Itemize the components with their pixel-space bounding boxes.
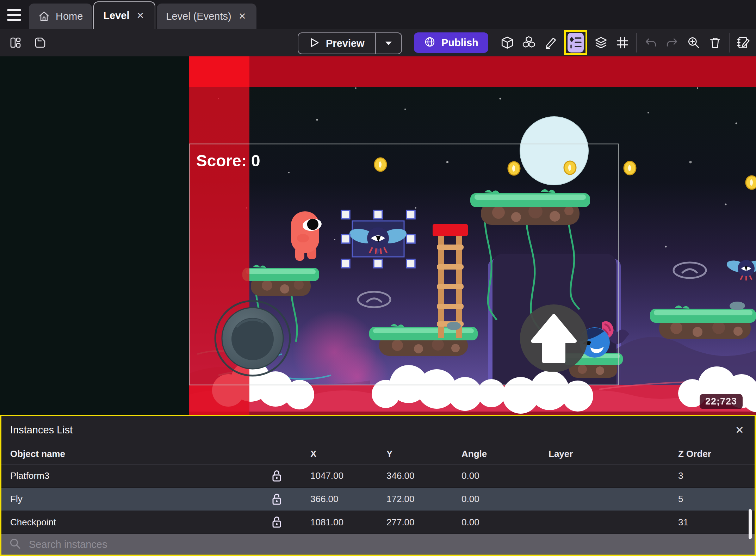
instance-angle[interactable]: 0.00 bbox=[440, 494, 527, 505]
panel-title: Instances List bbox=[10, 424, 73, 436]
col-x: X bbox=[289, 449, 365, 459]
instance-name: Checkpoint bbox=[1, 517, 264, 528]
publish-button[interactable]: Publish bbox=[414, 32, 488, 53]
table-row-selected[interactable]: Fly 366.00 172.00 0.00 5 bbox=[1, 488, 755, 511]
preview-button[interactable]: Preview bbox=[298, 33, 375, 54]
unlock-icon[interactable] bbox=[271, 516, 282, 529]
jump-button-control[interactable] bbox=[520, 304, 588, 372]
tab-level-events-close-icon[interactable]: ✕ bbox=[237, 10, 248, 23]
preview-label: Preview bbox=[326, 38, 365, 49]
scene-canvas[interactable]: Score: 0 22;723 bbox=[0, 56, 756, 415]
instance-name: Platform3 bbox=[1, 470, 264, 481]
col-object-name: Object name bbox=[1, 449, 264, 459]
table-row[interactable]: Checkpoint 1081.00 277.00 0.00 31 bbox=[1, 511, 755, 535]
joystick-control[interactable] bbox=[215, 301, 290, 376]
instance-x[interactable]: 1081.00 bbox=[289, 517, 365, 528]
object-3d-icon[interactable] bbox=[500, 35, 515, 50]
home-icon bbox=[38, 10, 50, 22]
undo-icon[interactable] bbox=[643, 35, 658, 50]
instance-angle[interactable]: 0.00 bbox=[440, 517, 527, 528]
objects-list-icon[interactable] bbox=[521, 35, 537, 50]
instance-x[interactable]: 1047.00 bbox=[289, 470, 365, 481]
col-y: Y bbox=[365, 449, 440, 459]
instances-list-panel: Instances List ✕ Object name X Y Angle L… bbox=[0, 415, 756, 556]
panel-scrollbar-thumb[interactable] bbox=[749, 509, 752, 539]
moon[interactable] bbox=[520, 117, 588, 185]
instances-list-icon bbox=[568, 33, 584, 52]
col-angle: Angle bbox=[440, 449, 527, 459]
delete-icon[interactable] bbox=[707, 35, 723, 50]
tab-level[interactable]: Level ✕ bbox=[93, 1, 155, 29]
search-instances-input[interactable] bbox=[28, 538, 751, 551]
panels-layout-icon[interactable] bbox=[8, 35, 23, 50]
tab-level-label: Level bbox=[103, 10, 129, 21]
tab-home-label: Home bbox=[56, 11, 83, 22]
main-menu-icon[interactable] bbox=[7, 4, 23, 25]
tab-level-events[interactable]: Level (Events) ✕ bbox=[157, 4, 256, 29]
instance-y[interactable]: 277.00 bbox=[365, 517, 440, 528]
tab-bar: Home Level ✕ Level (Events) ✕ bbox=[0, 0, 756, 29]
edit-scene-properties-icon[interactable] bbox=[736, 35, 751, 50]
instance-x[interactable]: 366.00 bbox=[289, 494, 365, 505]
instance-name: Fly bbox=[1, 494, 264, 505]
instance-z[interactable]: 5 bbox=[662, 494, 755, 505]
instance-y[interactable]: 346.00 bbox=[365, 470, 440, 481]
instances-list-toggle-highlighted[interactable] bbox=[564, 30, 587, 55]
cursor-coordinates-badge: 22;723 bbox=[700, 394, 743, 409]
toolbar: Preview Publish bbox=[0, 29, 756, 56]
search-instances-bar bbox=[1, 534, 755, 555]
instance-y[interactable]: 172.00 bbox=[365, 494, 440, 505]
scene-render: Score: 0 bbox=[0, 56, 756, 415]
zoom-in-icon[interactable] bbox=[686, 35, 701, 50]
instances-table-header: Object name X Y Angle Layer Z Order bbox=[1, 444, 755, 465]
tab-home[interactable]: Home bbox=[29, 4, 92, 29]
tab-level-close-icon[interactable]: ✕ bbox=[135, 10, 146, 22]
top-red-band bbox=[189, 56, 756, 87]
col-z-order: Z Order bbox=[662, 449, 755, 459]
edit-mode-icon[interactable] bbox=[543, 35, 558, 50]
panel-close-icon[interactable]: ✕ bbox=[735, 424, 744, 436]
save-icon[interactable] bbox=[32, 35, 48, 50]
instance-z[interactable]: 3 bbox=[662, 470, 755, 481]
layers-icon[interactable] bbox=[593, 35, 609, 50]
preview-options-button[interactable] bbox=[376, 41, 401, 46]
instance-angle[interactable]: 0.00 bbox=[440, 470, 527, 481]
globe-icon bbox=[424, 36, 436, 49]
unlock-icon[interactable] bbox=[271, 493, 282, 506]
redo-icon[interactable] bbox=[664, 35, 680, 50]
col-layer: Layer bbox=[527, 449, 662, 459]
play-icon bbox=[309, 37, 320, 49]
publish-label: Publish bbox=[441, 37, 478, 49]
preview-button-group: Preview bbox=[298, 32, 402, 54]
search-icon bbox=[9, 538, 21, 551]
tab-level-events-label: Level (Events) bbox=[166, 11, 231, 22]
instance-z[interactable]: 31 bbox=[662, 517, 755, 528]
score-text: Score: 0 bbox=[196, 152, 260, 170]
unlock-icon[interactable] bbox=[271, 470, 282, 482]
table-row[interactable]: Platform3 1047.00 346.00 0.00 3 bbox=[1, 465, 755, 488]
grid-icon[interactable] bbox=[615, 35, 630, 50]
editor-window: Home Level ✕ Level (Events) ✕ bbox=[0, 0, 756, 556]
